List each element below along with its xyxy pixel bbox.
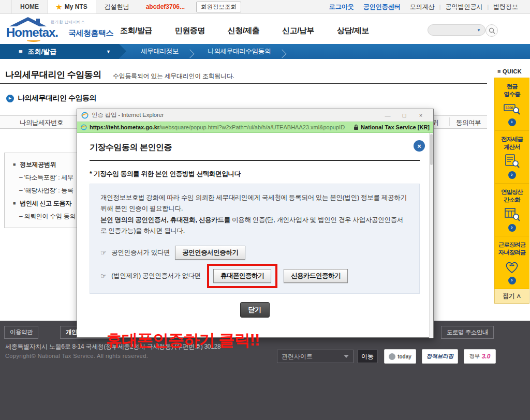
member-info-button[interactable]: 회원정보조회 [196, 2, 241, 12]
popup-scrollbar[interactable] [429, 133, 433, 338]
breadcrumb-bar: ≡ 조회/발급 ▼ 세무대리정보 나의세무대리수임동의 [0, 44, 530, 59]
pointing-hand-icon: ☞ [100, 272, 106, 280]
search-icon [489, 27, 495, 34]
auth-paragraph-2-bold: 본인 명의의 공인인증서, 휴대전화, 신용카드를 [100, 216, 230, 223]
quick-arrow-icon: › [508, 277, 516, 284]
incentive-heart-icon [503, 259, 521, 275]
road-address-button[interactable]: 도로명 주소안내 [441, 326, 494, 339]
nav-civil-cert[interactable]: 민원증명 [175, 26, 205, 36]
related-sites-select[interactable]: 관련사이트 [277, 350, 354, 363]
nav-counsel-report[interactable]: 상담/제보 [337, 26, 369, 36]
svg-text:1000: 1000 [506, 106, 513, 110]
popup-footer: 닫기 [90, 302, 420, 318]
no-cert-label: (법인제외) 공인인증서가 없다면 [111, 272, 201, 280]
quick-item-e-tax-invoice[interactable]: 전자세금계산서 › [495, 131, 529, 184]
quick-sidebar: ≡ QUICK 현금영수증 1000 › 전자세금계산서 [494, 68, 529, 304]
utility-topbar: HOME ★ My NTS 김설현님 abcdef3706... 회원정보조회 … [0, 0, 530, 14]
quick-arrow-icon: › [508, 118, 516, 126]
search-input[interactable]: ▼ [428, 24, 485, 36]
popup-titlebar[interactable]: 인증 팝업 - Internet Explorer — □ × [77, 109, 433, 122]
annotation-text: 휴대폰인증하기 클릭!! [106, 329, 259, 351]
popup-notice: * 기장수임 동의를 위한 본인 인증방법 선택화면입니다 [90, 170, 420, 178]
popup-address-bar[interactable]: https://teht.hometax.go.kr /websquare/po… [77, 122, 433, 133]
logo-text: Hometax. [6, 25, 58, 40]
terms-button[interactable]: 이용약관 [4, 326, 38, 339]
ie-icon [81, 124, 87, 130]
mynts-label: My NTS [65, 3, 87, 10]
hometax-logo[interactable]: 편리한 납세서비스 Hometax. 국세청홈택스 [5, 17, 119, 42]
breadcrumb-item-my-consent[interactable]: 나의세무대리수임동의 [200, 47, 292, 56]
col-consent: 동의여부 [451, 118, 485, 127]
breadcrumb-item-tax-agent-info[interactable]: 세무대리정보 [134, 47, 200, 56]
search-button[interactable] [485, 24, 498, 37]
window-controls: — □ × [379, 112, 429, 118]
law-info-link[interactable]: 법령정보 [489, 3, 523, 11]
title-divider [0, 83, 487, 84]
gov-today-badge[interactable]: today [384, 349, 416, 364]
mynts-tab[interactable]: ★ My NTS [48, 0, 96, 13]
home-link[interactable]: HOME [11, 0, 48, 13]
padlock-icon [354, 124, 359, 130]
popup-body: 기장수임동의 본인인증 * 기장수임 동의를 위한 본인 인증방법 선택화면입니… [77, 133, 433, 337]
quick-item-year-end-settlement[interactable]: 연말정산간소화 › [495, 184, 529, 236]
site-header: 편리한 납세서비스 Hometax. 국세청홈택스 조회/발급 민원증명 신청/… [0, 14, 530, 44]
credit-card-auth-button[interactable]: 신용카드인증하기 [284, 269, 348, 283]
gov-today-logo-icon [389, 353, 395, 360]
public-corp-link[interactable]: 공익법인공시 [440, 3, 487, 11]
cert-auth-button[interactable]: 공인인증서인증하기 [175, 246, 245, 260]
url-domain: https://teht.hometax.go.kr [90, 124, 159, 130]
breadcrumb: 세무대리정보 나의세무대리수임동의 [134, 44, 292, 59]
username-text: 김설현님 [96, 0, 138, 13]
auth-method-box: 개인정보보호법 강화에 따라 수임 의뢰한 세무대리인에게 국세청에 등록되어 … [90, 184, 420, 294]
col-taxpayer-number: 나의납세자번호 [0, 118, 83, 127]
quick-fold-button[interactable]: 접기 ∧ [494, 289, 529, 304]
nav-inquiry-issue[interactable]: 조회/발급 [120, 26, 152, 36]
url-path: /websquare/popup.html?w2xPath=/ui/ab/h/a… [159, 124, 345, 130]
certificate-label[interactable]: National Tax Service [KR] [354, 124, 430, 130]
logout-link[interactable]: 로그아웃 [325, 3, 359, 11]
phone-auth-button[interactable]: 휴대폰인증하기 [213, 269, 271, 283]
related-sites-label: 관련사이트 [282, 352, 313, 361]
scrollbar-thumb[interactable] [430, 134, 433, 165]
popup-window-title: 인증 팝업 - Internet Explorer [92, 111, 164, 119]
year-end-settlement-icon [503, 206, 521, 222]
cert-center-link[interactable]: 공인인증센터 [359, 3, 405, 11]
minimize-icon[interactable]: — [379, 112, 396, 118]
nav-report-pay[interactable]: 신고/납부 [282, 26, 314, 36]
logo-subtext: 국세청홈택스 [68, 28, 113, 38]
pointing-hand-icon: ☞ [100, 249, 106, 257]
section-header: ▶ 나의세무대리인 수임동의 [6, 94, 96, 103]
popup-close-icon[interactable]: × [414, 140, 425, 152]
close-window-icon[interactable]: × [413, 112, 429, 118]
mock-calc-link[interactable]: 모의계산 [405, 3, 439, 11]
logo-swoosh-decoration [27, 39, 40, 42]
maximize-icon[interactable]: □ [396, 112, 413, 118]
page-title: 나의세무대리인 수임동의 [5, 69, 101, 81]
policy-briefing-badge[interactable]: 정책브리핑 [422, 349, 458, 364]
auth-paragraph-1: 개인정보보호법 강화에 따라 수임 의뢰한 세무대리인에게 국세청에 등록되어 … [100, 192, 409, 215]
topbar-links: 로그아웃 공인인증센터 모의계산 | 공익법인공시 | 법령정보 [325, 0, 523, 13]
nav-apply-submit[interactable]: 신청/제출 [228, 26, 260, 36]
gov30-badge[interactable]: 정부3.0 [464, 349, 496, 364]
footer-copyright: Copyright© National Tax Service. All rig… [5, 353, 148, 359]
search-caret-icon[interactable]: ▼ [477, 28, 481, 33]
go-button[interactable]: 이동 [357, 350, 378, 363]
breadcrumb-menu-dropdown[interactable]: ≡ 조회/발급 ▼ [0, 44, 119, 59]
section-bullet-icon: ▶ [6, 95, 14, 102]
user-id-text: abcdef3706... [138, 0, 193, 13]
quick-header: ≡ QUICK [497, 68, 529, 74]
square-bullet-icon: ■ [13, 162, 16, 167]
phone-card-auth-row: ☞ (법인제외) 공인인증서가 없다면 휴대폰인증하기 신용카드인증하기 [100, 269, 409, 283]
square-bullet-icon: ■ [13, 201, 16, 206]
popup-heading: 기장수임동의 본인인증 [90, 142, 420, 153]
quick-item-cash-receipt[interactable]: 현금영수증 1000 › [495, 78, 529, 131]
quick-item-work-child-incentive[interactable]: 근로장려금자녀장려금 › [495, 236, 529, 289]
close-button[interactable]: 닫기 [240, 302, 270, 318]
red-highlight-box: 휴대폰인증하기 [207, 264, 277, 288]
chevron-down-icon: ▼ [106, 49, 111, 54]
global-nav: 조회/발급 민원증명 신청/제출 신고/납부 상담/제보 [120, 26, 369, 36]
cash-receipt-icon: 1000 [503, 101, 521, 116]
select-caret-icon [344, 355, 349, 358]
quick-menu-icon: ≡ [497, 68, 501, 74]
ie-icon [81, 112, 89, 119]
